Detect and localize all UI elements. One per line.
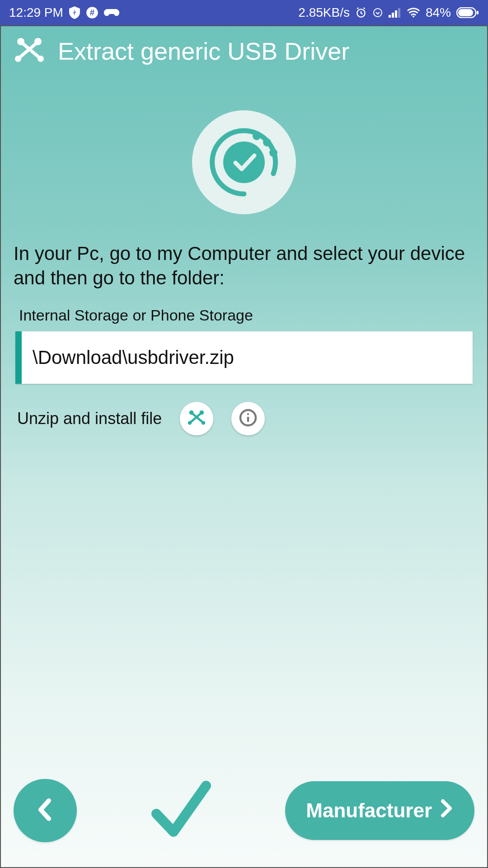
info-button[interactable]: [231, 402, 265, 435]
unzip-instruction-label: Unzip and install file: [17, 409, 162, 428]
svg-point-21: [200, 410, 204, 415]
svg-point-26: [247, 413, 249, 415]
chevron-left-icon: [35, 796, 55, 825]
wifi-icon: [407, 8, 420, 18]
svg-rect-11: [477, 11, 479, 14]
svg-point-18: [263, 138, 271, 146]
usb-arrows-icon: [14, 37, 45, 65]
status-bar: 12:29 PM # 2.85KB/s: [0, 0, 488, 25]
shield-icon: [69, 6, 80, 19]
svg-rect-7: [398, 8, 400, 18]
signal-icon: [389, 8, 401, 18]
file-path-text: \Download\usbdriver.zip: [33, 347, 234, 368]
svg-point-8: [413, 16, 414, 18]
page-title: Extract generic USB Driver: [58, 37, 349, 65]
svg-point-23: [189, 410, 194, 415]
svg-rect-10: [458, 9, 473, 16]
usb-arrows-icon: [187, 410, 206, 428]
battery-icon: [456, 7, 479, 18]
alarm-icon: [355, 7, 367, 19]
svg-point-16: [223, 142, 265, 183]
svg-point-19: [269, 149, 277, 157]
chevron-right-icon: [439, 798, 454, 823]
svg-point-15: [17, 38, 24, 45]
svg-point-17: [253, 132, 261, 140]
next-manufacturer-button[interactable]: Manufacturer: [285, 781, 474, 840]
status-battery-pct: 84%: [426, 5, 451, 20]
svg-point-3: [374, 9, 382, 17]
expand-icon: [372, 7, 383, 18]
hero-success-graphic: [1, 110, 487, 214]
status-net-speed: 2.85KB/s: [298, 5, 350, 20]
svg-rect-6: [395, 10, 397, 18]
svg-point-13: [34, 38, 42, 45]
instruction-text: In your Pc, go to my Computer and select…: [1, 241, 487, 290]
svg-rect-4: [389, 15, 391, 18]
svg-rect-5: [392, 13, 394, 18]
info-icon: [239, 408, 258, 429]
file-path-box: \Download\usbdriver.zip: [15, 331, 473, 384]
back-button[interactable]: [14, 779, 77, 842]
storage-location-label: Internal Storage or Phone Storage: [1, 307, 487, 324]
usb-action-button[interactable]: [180, 402, 213, 435]
app-content: Extract generic USB Driver In your Pc, g…: [0, 25, 488, 868]
status-time: 12:29 PM: [9, 5, 63, 20]
title-bar: Extract generic USB Driver: [1, 26, 487, 65]
game-controller-icon: [104, 7, 119, 18]
hash-badge-icon: #: [86, 6, 99, 19]
step-complete-check-icon: [77, 772, 285, 849]
svg-text:#: #: [90, 8, 95, 17]
next-button-label: Manufacturer: [306, 799, 432, 822]
